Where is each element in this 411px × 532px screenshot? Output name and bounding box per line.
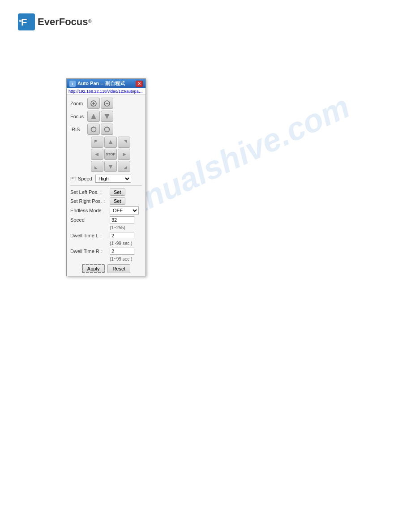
dir-n-icon [107, 139, 114, 146]
pt-speed-label: PT Speed [70, 176, 93, 181]
iris-close-icon [103, 126, 111, 133]
dialog-titlebar: i Auto Pan -- 副自程式 ✕ [67, 79, 146, 88]
dir-ne-button[interactable] [118, 137, 130, 148]
dwell-time-r-row: Dwell Time R： [70, 248, 142, 255]
focus-row: Focus [70, 111, 142, 122]
zoom-row: Zoom [70, 98, 142, 109]
svg-text:F: F [21, 17, 27, 28]
dir-s-icon [107, 163, 114, 170]
dialog-url-bar: http://192.168.22.118/video/123/autopan.… [67, 88, 146, 95]
svg-marker-16 [109, 140, 112, 144]
stop-button[interactable]: STOP [104, 149, 117, 160]
settings-section: Set Left Pos.： Set Set Right Pos.： Set E… [70, 185, 142, 273]
iris-open-button[interactable] [87, 124, 100, 135]
focus-buttons [87, 111, 113, 122]
svg-marker-9 [105, 114, 109, 119]
autopan-dialog: i Auto Pan -- 副自程式 ✕ http://192.168.22.1… [66, 78, 146, 276]
set-right-pos-button[interactable]: Set [110, 197, 125, 205]
reset-button[interactable]: Reset [107, 264, 130, 273]
speed-label: Speed [70, 217, 110, 223]
bottom-buttons: Apply Reset [70, 264, 142, 273]
logo-area: F EverFocus® [18, 13, 92, 30]
dir-e-button[interactable] [118, 149, 130, 160]
svg-marker-17 [124, 140, 127, 143]
apply-button[interactable]: Apply [82, 264, 105, 273]
dwell-time-r-input[interactable] [110, 248, 134, 255]
logo-text: EverFocus® [38, 16, 92, 28]
set-right-pos-row: Set Right Pos.： Set [70, 197, 142, 205]
set-left-pos-button[interactable]: Set [110, 189, 125, 196]
dir-sw-button[interactable] [91, 161, 103, 172]
focus-near-icon [90, 113, 97, 120]
dialog-title-icon: i [69, 81, 76, 87]
svg-marker-18 [95, 153, 98, 156]
focus-near-button[interactable] [87, 111, 100, 122]
zoom-label: Zoom [70, 101, 87, 106]
focus-label: Focus [70, 114, 87, 119]
dialog-titlebar-left: i Auto Pan -- 副自程式 [69, 80, 125, 87]
dir-w-icon [94, 151, 100, 158]
dialog-title: Auto Pan -- 副自程式 [77, 80, 125, 87]
dir-se-icon [121, 163, 127, 170]
zoom-out-button[interactable] [101, 98, 113, 109]
svg-rect-2 [19, 20, 21, 22]
dwell-time-l-hint: (1~99 sec.) [110, 241, 142, 246]
speed-hint: (1~255) [110, 225, 142, 230]
iris-open-icon [90, 126, 97, 133]
zoom-in-button[interactable] [87, 98, 100, 109]
dwell-time-r-label: Dwell Time R： [70, 248, 110, 255]
dwell-time-l-row: Dwell Time L： [70, 232, 142, 239]
focus-far-icon [103, 113, 111, 120]
dir-s-button[interactable] [104, 161, 117, 172]
dwell-time-l-label: Dwell Time L： [70, 232, 110, 239]
dialog-close-button[interactable]: ✕ [136, 81, 143, 87]
speed-row: Speed [70, 216, 142, 223]
everfocus-logo-icon: F [18, 13, 35, 30]
dir-nw-button[interactable] [91, 137, 103, 148]
iris-row: IRIS [70, 124, 142, 135]
svg-marker-8 [91, 114, 96, 119]
svg-marker-20 [94, 166, 98, 169]
dir-e-icon [121, 151, 127, 158]
dir-ne-icon [121, 139, 127, 146]
iris-buttons [87, 124, 113, 135]
focus-far-button[interactable] [101, 111, 113, 122]
zoom-in-icon [90, 100, 97, 107]
dwell-time-l-input[interactable] [110, 232, 134, 239]
iris-label: IRIS [70, 127, 87, 132]
speed-input[interactable] [110, 216, 134, 223]
svg-marker-19 [123, 153, 126, 156]
iris-close-button[interactable] [101, 124, 113, 135]
endless-mode-row: Endless Mode OFF ON [70, 206, 142, 215]
pt-speed-select[interactable]: Low Medium High [95, 175, 131, 183]
dir-sw-icon [94, 163, 100, 170]
endless-mode-label: Endless Mode [70, 208, 110, 213]
set-right-pos-label: Set Right Pos.： [70, 198, 110, 205]
zoom-buttons [87, 98, 113, 109]
direction-pad: STOP [91, 137, 142, 172]
endless-mode-select[interactable]: OFF ON [110, 206, 139, 215]
pt-speed-row: PT Speed Low Medium High [70, 175, 142, 183]
set-left-pos-row: Set Left Pos.： Set [70, 189, 142, 196]
dir-nw-icon [94, 139, 100, 146]
zoom-out-icon [103, 100, 111, 107]
dir-n-button[interactable] [104, 137, 117, 148]
svg-marker-21 [109, 165, 112, 169]
dir-w-button[interactable] [91, 149, 103, 160]
dwell-time-r-hint: (1~99 sec.) [110, 257, 142, 262]
dir-se-button[interactable] [118, 161, 130, 172]
set-left-pos-label: Set Left Pos.： [70, 189, 110, 196]
svg-marker-22 [124, 166, 127, 169]
dialog-body: Zoom Focus [67, 95, 146, 276]
